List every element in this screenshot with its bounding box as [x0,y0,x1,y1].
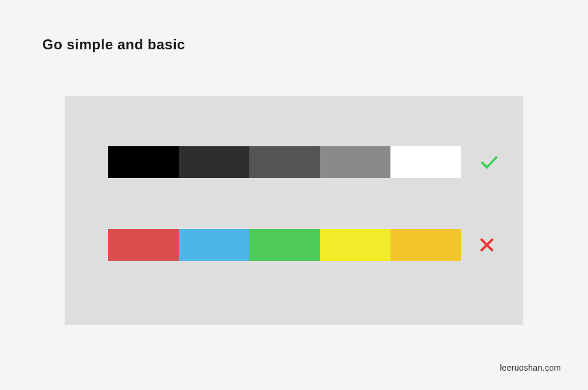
cross-icon [479,237,495,253]
check-icon [479,152,500,173]
page-title: Go simple and basic [42,36,185,53]
swatch [108,229,179,261]
swatch [249,146,320,178]
swatch [179,146,249,178]
footer-credit: leeruoshan.com [500,363,561,372]
palette-row-bad [108,229,495,261]
swatch-group-good [108,146,461,178]
swatch [108,146,179,178]
swatch [179,229,249,261]
comparison-panel [65,96,523,325]
palette-row-good [108,146,500,178]
swatch [320,146,390,178]
swatch-group-bad [108,229,461,261]
swatch [390,229,461,261]
swatch [390,146,461,178]
swatch [320,229,390,261]
swatch [249,229,320,261]
